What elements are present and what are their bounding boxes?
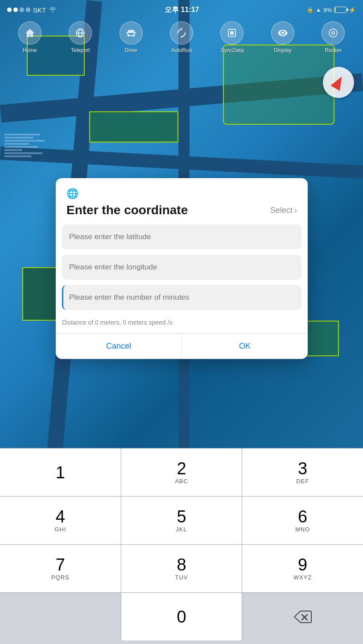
- key-9-letters: WXYZ: [293, 574, 312, 581]
- compass-arrow: [330, 74, 346, 91]
- svg-point-7: [329, 29, 337, 37]
- svg-point-3: [128, 35, 129, 36]
- svg-point-8: [332, 32, 334, 34]
- battery-fill: [335, 8, 336, 12]
- key-1[interactable]: 1: [0, 448, 121, 496]
- svg-rect-6: [230, 31, 234, 35]
- nav-label-display: Display: [274, 47, 291, 53]
- signal-dot-1: [7, 8, 12, 12]
- status-left: SKT: [7, 6, 57, 14]
- key-6-letters: MNO: [295, 526, 310, 533]
- numeric-keyboard: 1 2 ABC 3 DEF 4 GHI 5 JKL 6 MNO 7 PQRS: [0, 448, 363, 644]
- key-6[interactable]: 6 MNO: [242, 497, 363, 544]
- globe-icon: 🌐: [66, 188, 297, 200]
- status-time: 오후 11:17: [165, 5, 199, 15]
- keyboard-row-1: 1 2 ABC 3 DEF: [0, 448, 363, 496]
- latitude-input[interactable]: [62, 224, 301, 249]
- svg-point-4: [132, 35, 134, 36]
- key-3[interactable]: 3 DEF: [242, 448, 363, 496]
- status-bar: SKT 오후 11:17 🔒 ▲ 9% ⚡: [0, 0, 363, 20]
- key-7-number: 7: [56, 556, 65, 573]
- nav-item-syncdata[interactable]: SyncData: [220, 21, 243, 53]
- dialog-buttons: Cancel OK: [56, 333, 308, 359]
- key-7-letters: PQRS: [51, 574, 70, 581]
- syncdata-icon: [220, 21, 243, 45]
- nav-label-rocker: Rocker: [325, 47, 342, 53]
- nav-item-autorun[interactable]: AutoRun: [170, 21, 193, 53]
- dialog-inputs: [56, 224, 308, 315]
- nav-item-teleport[interactable]: Teleport: [69, 21, 92, 53]
- keyboard-row-4: 0: [0, 592, 363, 640]
- nav-label-drive: Drive: [125, 47, 137, 53]
- select-button[interactable]: Select ›: [270, 206, 297, 215]
- key-2[interactable]: 2 ABC: [121, 448, 243, 496]
- cancel-button[interactable]: Cancel: [56, 334, 182, 359]
- key-9-number: 9: [298, 556, 307, 573]
- key-6-number: 6: [298, 508, 307, 525]
- key-4-letters: GHI: [54, 526, 66, 533]
- key-5-number: 5: [177, 508, 186, 525]
- key-4-number: 4: [56, 508, 65, 525]
- autorun-icon: [170, 21, 193, 45]
- key-3-number: 3: [298, 460, 307, 477]
- home-icon: [18, 21, 41, 45]
- nav-item-rocker[interactable]: Rocker: [322, 21, 345, 53]
- teleport-icon: [69, 21, 92, 45]
- key-0-number: 0: [177, 608, 186, 625]
- key-7[interactable]: 7 PQRS: [0, 545, 121, 592]
- key-8-letters: TUV: [175, 574, 188, 581]
- battery-icon: [334, 7, 346, 13]
- key-delete[interactable]: [242, 593, 363, 640]
- battery-percentage: 9%: [323, 7, 332, 13]
- nav-label-teleport: Teleport: [71, 47, 90, 53]
- key-4[interactable]: 4 GHI: [0, 497, 121, 544]
- ok-button[interactable]: OK: [182, 334, 308, 359]
- display-icon: [271, 21, 294, 45]
- wifi-icon: [49, 6, 57, 14]
- select-label: Select: [270, 206, 293, 215]
- signal-dots: [7, 8, 30, 12]
- compass: [323, 67, 354, 98]
- status-right: 🔒 ▲ 9% ⚡: [307, 7, 356, 13]
- key-2-number: 2: [177, 460, 186, 477]
- minutes-input[interactable]: [62, 285, 301, 310]
- key-1-number: 1: [56, 464, 65, 481]
- nav-item-drive[interactable]: Drive: [120, 21, 143, 53]
- location-arrow-icon: ▲: [316, 7, 321, 13]
- delete-icon: [293, 610, 312, 624]
- key-3-letters: DEF: [296, 478, 309, 485]
- lock-icon: 🔒: [307, 7, 314, 13]
- dialog-header: 🌐 Enter the coordinate Select ›: [56, 178, 308, 224]
- drive-icon: [120, 21, 143, 45]
- nav-label-syncdata: SyncData: [220, 47, 243, 53]
- signal-dot-2: [13, 8, 18, 12]
- key-empty: [0, 593, 121, 640]
- key-5-letters: JKL: [176, 526, 187, 533]
- nav-bar: Home Teleport Drive AutoRu: [0, 20, 363, 55]
- nav-label-autorun: AutoRun: [171, 47, 192, 53]
- key-5[interactable]: 5 JKL: [121, 497, 243, 544]
- key-2-letters: ABC: [175, 478, 188, 485]
- dialog-title-row: Enter the coordinate Select ›: [66, 203, 297, 217]
- nav-label-home: Home: [23, 47, 37, 53]
- key-9[interactable]: 9 WXYZ: [242, 545, 363, 592]
- nav-item-display[interactable]: Display: [271, 21, 294, 53]
- charging-icon: ⚡: [349, 7, 356, 13]
- nav-item-home[interactable]: Home: [18, 21, 41, 53]
- dialog-title: Enter the coordinate: [66, 203, 188, 217]
- keyboard-row-3: 7 PQRS 8 TUV 9 WXYZ: [0, 544, 363, 592]
- carrier-label: SKT: [33, 6, 46, 14]
- signal-dot-3: [20, 8, 24, 12]
- keyboard-row-2: 4 GHI 5 JKL 6 MNO: [0, 496, 363, 544]
- key-8[interactable]: 8 TUV: [121, 545, 243, 592]
- coordinate-dialog: 🌐 Enter the coordinate Select › Distance…: [56, 178, 308, 359]
- distance-info: Distance of 0 meters, 0 meters speed /s: [56, 315, 308, 333]
- rocker-icon: [322, 21, 345, 45]
- key-8-number: 8: [177, 556, 186, 573]
- signal-dot-4: [26, 8, 30, 12]
- key-0[interactable]: 0: [121, 593, 243, 640]
- select-chevron-icon: ›: [294, 206, 297, 215]
- longitude-input[interactable]: [62, 255, 301, 280]
